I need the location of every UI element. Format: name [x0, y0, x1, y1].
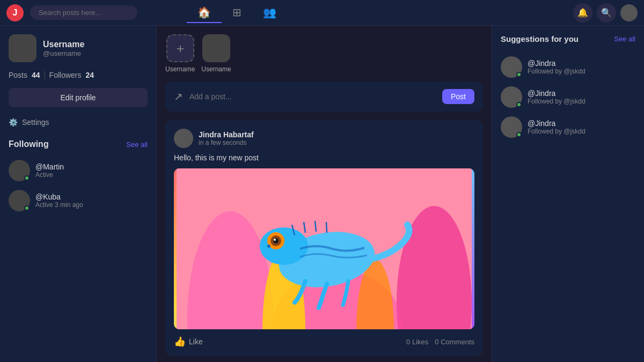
following-header: Following See all	[9, 139, 148, 149]
suggestion-name-3: @Jindra	[528, 119, 586, 128]
svg-point-10	[273, 238, 279, 243]
like-label: Like	[189, 337, 203, 346]
suggestion-avatar-wrap-3	[501, 116, 522, 138]
search-button[interactable]: 🔍	[597, 3, 616, 23]
status-dot-1	[24, 175, 30, 181]
comments-count: 0 Comments	[435, 338, 474, 346]
post-author-info: Jindra Habartaf in a few seconds	[199, 130, 254, 146]
settings-label: Settings	[22, 118, 49, 127]
posts-label: Posts	[9, 71, 27, 79]
profile-info: Username @username	[43, 40, 84, 57]
suggestions-see-all[interactable]: See all	[614, 35, 635, 43]
stories-row: ＋ Username Username	[165, 34, 483, 73]
left-sidebar: Username @username Posts 44 Followers 24…	[0, 26, 157, 362]
post-time: in a few seconds	[199, 139, 254, 146]
tab-grid[interactable]: ⊞	[222, 3, 252, 23]
post-actions: 👍 Like 0 Likes 0 Comments	[174, 336, 474, 348]
center-feed: ＋ Username Username ↗ Post Jindra Habart…	[157, 26, 492, 362]
post-image	[174, 168, 474, 329]
logo: J	[6, 4, 24, 21]
suggestion-info-3: @Jindra Followed by @jskdd	[528, 119, 586, 135]
following-item[interactable]: @Martin Active	[9, 156, 148, 186]
profile-username: Username	[43, 40, 84, 49]
share-icon: ↗	[174, 90, 183, 103]
post-author-avatar	[174, 129, 193, 148]
post-button[interactable]: Post	[442, 89, 474, 104]
following-name-1: @Martin	[35, 162, 64, 171]
suggestion-sub-1: Followed by @jskdd	[528, 68, 586, 75]
thumbs-up-icon: 👍	[174, 336, 186, 348]
edit-profile-button[interactable]: Edit profile	[9, 88, 148, 107]
following-info-1: @Martin Active	[35, 162, 64, 179]
settings-icon: ⚙️	[9, 118, 18, 127]
right-sidebar: Suggestions for you See all @Jindra Foll…	[492, 26, 644, 362]
following-status-2: Active 3 min ago	[35, 201, 83, 209]
post-header: Jindra Habartaf in a few seconds	[174, 129, 474, 148]
add-story-avatar: ＋	[166, 34, 194, 62]
suggestion-item-1[interactable]: @Jindra Followed by @jskdd	[501, 52, 635, 82]
stats-row: Posts 44 Followers 24	[9, 71, 148, 79]
top-nav: J 🏠 ⊞ 👥 🔔 🔍	[0, 0, 644, 26]
following-title: Following	[9, 139, 49, 149]
status-dot-2	[24, 205, 30, 211]
following-info-2: @Kuba Active 3 min ago	[35, 193, 83, 209]
svg-point-11	[274, 239, 276, 241]
suggestion-dot-2	[516, 102, 522, 107]
svg-point-7	[260, 227, 308, 265]
suggestion-info-1: @Jindra Followed by @jskdd	[528, 59, 586, 75]
following-avatar-wrap-1	[9, 160, 30, 181]
posts-count: 44	[32, 71, 40, 79]
post-text: Hello, this is my new post	[174, 153, 474, 162]
suggestion-avatar-wrap-1	[501, 56, 522, 78]
post-stats: 0 Likes 0 Comments	[406, 338, 474, 346]
suggestion-name-1: @Jindra	[528, 59, 586, 68]
stats-divider	[45, 71, 45, 79]
story-item-1[interactable]: Username	[201, 34, 231, 73]
suggestion-sub-2: Followed by @jskdd	[528, 98, 586, 105]
suggestion-name-2: @Jindra	[528, 89, 586, 98]
post-input-area: ↗ Post	[165, 82, 483, 112]
followers-label: Followers	[49, 71, 82, 79]
suggestion-avatar-wrap-2	[501, 86, 522, 108]
story-item-add[interactable]: ＋ Username	[165, 34, 195, 73]
chameleon-svg	[174, 168, 474, 329]
tab-home[interactable]: 🏠	[187, 3, 222, 23]
profile-section: Username @username	[9, 34, 148, 62]
nav-tabs: 🏠 ⊞ 👥	[187, 3, 287, 23]
likes-count: 0 Likes	[406, 338, 428, 346]
svg-point-12	[267, 245, 270, 248]
profile-avatar	[9, 34, 36, 62]
main-layout: Username @username Posts 44 Followers 24…	[0, 26, 644, 362]
suggestion-item-2[interactable]: @Jindra Followed by @jskdd	[501, 82, 635, 112]
nav-icons: 🔔 🔍	[573, 3, 638, 23]
settings-row[interactable]: ⚙️ Settings	[9, 116, 148, 129]
suggestions-header: Suggestions for you See all	[501, 34, 635, 43]
like-button[interactable]: 👍 Like	[174, 336, 203, 348]
user-avatar-nav[interactable]	[620, 4, 638, 21]
post-input-field[interactable]	[189, 92, 436, 101]
following-name-2: @Kuba	[35, 193, 83, 201]
suggestion-info-2: @Jindra Followed by @jskdd	[528, 89, 586, 105]
story-label-1: Username	[165, 65, 195, 73]
post-author-name: Jindra Habartaf	[199, 130, 254, 139]
following-item-2[interactable]: @Kuba Active 3 min ago	[9, 186, 148, 216]
post-card: Jindra Habartaf in a few seconds Hello, …	[165, 120, 483, 356]
notifications-button[interactable]: 🔔	[573, 3, 592, 23]
story-avatar-1	[202, 34, 230, 62]
following-status-1: Active	[35, 171, 64, 179]
following-section: Following See all @Martin Active	[9, 139, 148, 216]
story-label-2: Username	[201, 65, 231, 73]
following-avatar-wrap-2	[9, 190, 30, 211]
followers-count: 24	[86, 71, 94, 79]
profile-handle: @username	[43, 49, 84, 57]
suggestions-title: Suggestions for you	[501, 34, 579, 43]
following-see-all[interactable]: See all	[126, 141, 148, 149]
suggestion-sub-3: Followed by @jskdd	[528, 128, 586, 135]
suggestion-dot-3	[516, 132, 522, 137]
suggestion-item-3[interactable]: @Jindra Followed by @jskdd	[501, 112, 635, 142]
search-input[interactable]	[30, 5, 137, 20]
suggestion-dot-1	[516, 72, 522, 77]
tab-people[interactable]: 👥	[252, 3, 287, 23]
